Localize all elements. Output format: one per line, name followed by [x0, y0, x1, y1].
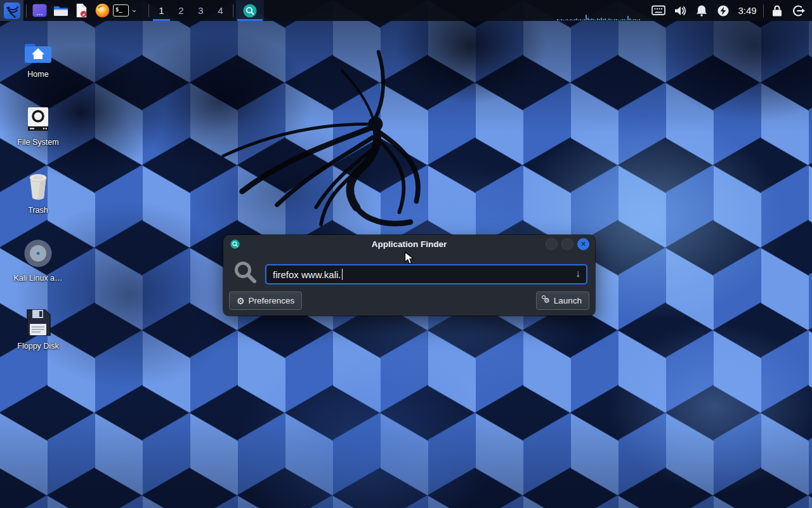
workspace-button-2[interactable]: 2: [171, 0, 191, 21]
preferences-button[interactable]: ⚙ Preferences: [229, 291, 302, 310]
terminal-icon: $_: [113, 4, 129, 17]
workspace-button-3[interactable]: 3: [191, 0, 211, 21]
maximize-button[interactable]: [561, 238, 573, 250]
close-button[interactable]: ✕: [577, 238, 589, 250]
floppy-disk-icon: [25, 306, 51, 337]
workspace-button-1[interactable]: 1: [152, 0, 171, 21]
launcher-file-manager[interactable]: [50, 0, 71, 21]
top-panel: $_ ⌄ 1 2 3 4: [0, 0, 812, 21]
application-finder-window: Application Finder ✕ firefox www.kali. ↓…: [223, 235, 595, 316]
desktop-icon-kali-linux-cd[interactable]: Kali Linux a…: [9, 238, 67, 283]
kali-logo-icon: [4, 3, 20, 19]
workspace-button-4[interactable]: 4: [211, 0, 230, 21]
text-caret: [342, 269, 343, 280]
search-input-value: firefox www.kali.: [273, 269, 341, 280]
window-title: Application Finder: [223, 239, 595, 249]
trash-can-icon: [27, 170, 49, 201]
desktop-icon-home[interactable]: Home: [9, 34, 67, 79]
application-finder-icon: [243, 4, 257, 18]
hard-drive-icon: [24, 102, 52, 133]
desktop-icon-label: Trash: [28, 206, 48, 215]
chevron-down-icon[interactable]: ⌄: [131, 6, 138, 13]
applications-menu-button[interactable]: [0, 0, 23, 21]
qterminal-icon: [32, 4, 47, 17]
launcher-qterminal[interactable]: [29, 0, 50, 21]
desktop-icon-file-system[interactable]: File System: [9, 102, 67, 147]
clock[interactable]: 3:49: [734, 5, 761, 16]
notifications-bell-icon[interactable]: [691, 0, 712, 21]
desktop-icon-trash[interactable]: Trash: [9, 170, 67, 215]
launcher-text-editor[interactable]: [71, 0, 92, 21]
gear-icon: ⚙: [237, 297, 245, 305]
desktop: Home File System Trash: [0, 0, 812, 508]
text-editor-icon: [75, 3, 88, 18]
desktop-icon-label: Home: [27, 70, 48, 79]
home-folder-icon: [23, 34, 53, 65]
panel-separator: [26, 4, 27, 17]
optical-disc-icon: [23, 238, 53, 269]
kali-dragon-art: [184, 27, 527, 236]
firefox-icon: [95, 3, 110, 18]
system-monitor-graph[interactable]: [557, 13, 645, 20]
panel-separator: [148, 4, 149, 17]
volume-icon[interactable]: [669, 0, 691, 21]
desktop-icon-label: File System: [17, 138, 58, 147]
panel-separator: [763, 4, 764, 17]
taskbar-item-application-finder[interactable]: [236, 0, 264, 21]
desktop-icon-label: Floppy Disk: [17, 342, 58, 351]
run-gear-icon: ⚙: [544, 297, 550, 304]
dropdown-arrow-icon[interactable]: ↓: [575, 268, 580, 279]
desktop-icon-label: Kali Linux a…: [13, 274, 62, 283]
launcher-firefox[interactable]: [92, 0, 113, 21]
mouse-cursor: [404, 251, 414, 265]
minimize-button[interactable]: [546, 238, 558, 250]
logout-icon[interactable]: [788, 0, 809, 21]
search-input[interactable]: firefox www.kali. ↓: [265, 264, 587, 284]
search-icon: [233, 260, 258, 285]
desktop-icon-floppy-disk[interactable]: Floppy Disk: [9, 306, 67, 351]
launcher-terminal-emulator[interactable]: $_ ⌄: [113, 0, 146, 21]
panel-separator: [233, 4, 233, 17]
keyboard-indicator-icon[interactable]: [648, 0, 669, 21]
power-manager-icon[interactable]: [712, 0, 734, 21]
lock-screen-icon[interactable]: [766, 0, 788, 21]
file-manager-icon: [53, 4, 69, 17]
launch-button[interactable]: ⚙ Launch: [536, 291, 589, 310]
